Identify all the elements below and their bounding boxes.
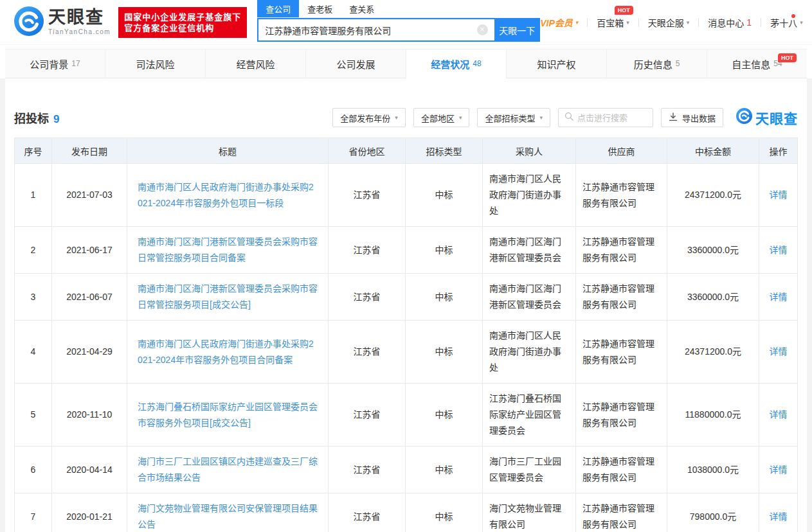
clear-search-icon[interactable]: × <box>477 24 488 35</box>
table-row: 2 2021-06-17 南通市海门区海门港新区管理委员会采购市容日常管控服务项… <box>15 227 798 274</box>
tianyancha-logo[interactable]: 天眼查 TianYanCha.com <box>14 6 111 39</box>
supplier: 江苏静通市容管理服务有限公司 <box>576 164 667 227</box>
col-supplier: 供应商 <box>576 138 667 164</box>
menu-vip-label: VIP会员 <box>540 16 573 29</box>
detail-link[interactable]: 详情 <box>770 292 788 302</box>
company-section-tabs: 公司背景 17 司法风险 经营风险 公司发展 经营状况 48 知识产权 历史信息… <box>5 49 807 78</box>
purchaser: 南通市海门区海门港新区管理委员会 <box>483 227 576 274</box>
detail-link[interactable]: 详情 <box>770 190 788 200</box>
province: 江苏省 <box>329 274 406 321</box>
tab-self-info[interactable]: 自主信息 54 HOT <box>707 49 807 78</box>
message-count-badge: 1 <box>746 17 752 28</box>
tab-intellectual-property[interactable]: 知识产权 <box>507 49 607 78</box>
notification-dot-icon <box>791 14 795 18</box>
province: 江苏省 <box>329 384 406 447</box>
province: 江苏省 <box>329 227 406 274</box>
province: 江苏省 <box>329 493 406 532</box>
bid-type: 中标 <box>406 227 483 274</box>
detail-link[interactable]: 详情 <box>770 511 788 522</box>
col-bid-type: 招标类型 <box>406 138 483 164</box>
tab-history-info[interactable]: 历史信息 5 <box>607 49 707 78</box>
tianyancha-logo-icon <box>736 108 752 127</box>
row-index: 6 <box>15 447 52 493</box>
filter-region[interactable]: 全部地区 ▾ <box>413 108 470 127</box>
chevron-down-icon: ▾ <box>395 114 398 121</box>
supplier: 江苏静通市容管理服务有限公司 <box>576 227 667 274</box>
col-title: 标题 <box>127 138 329 164</box>
tab-count: 17 <box>71 59 80 68</box>
menu-divider <box>638 18 639 27</box>
tianyancha-watermark: 天眼查 <box>736 108 798 127</box>
company-search-input[interactable] <box>257 18 494 42</box>
tab-label: 司法风险 <box>136 57 174 71</box>
bid-title-link[interactable]: 海门市三厂工业园区镇区内违建巡查及三厂综合市场结果公告 <box>138 456 318 483</box>
chevron-down-icon: ▾ <box>687 19 690 26</box>
search-tab-relation[interactable]: 查关系 <box>341 0 383 17</box>
col-purchaser: 采购人 <box>483 138 576 164</box>
row-index: 2 <box>15 227 52 274</box>
menu-treasure-box-label: 百宝箱 <box>597 16 624 29</box>
winning-amount: 24371200.0元 <box>667 164 759 227</box>
detail-link[interactable]: 详情 <box>770 346 788 357</box>
bid-type: 中标 <box>406 493 483 532</box>
publish-date: 2020-04-14 <box>52 447 127 493</box>
credential-badge-line2: 官方备案企业征信机构 <box>124 22 241 33</box>
search-icon <box>564 112 573 123</box>
menu-divider <box>698 18 699 27</box>
bid-title-link[interactable]: 江苏海门叠石桥国际家纺产业园区管理委员会市容服务外包项目[成交公告] <box>138 402 318 428</box>
credential-badge-line1: 国家中小企业发展子基金旗下 <box>124 12 241 22</box>
menu-user-account-label: 茅十八 <box>770 16 797 29</box>
menu-treasure-box[interactable]: HOT 百宝箱 ▾ <box>597 16 629 29</box>
bid-title-link[interactable]: 南通市海门区人民政府海门街道办事处采购2021-2024年市容服务外包项目合同备… <box>138 339 314 365</box>
row-index: 4 <box>15 321 52 384</box>
detail-link[interactable]: 详情 <box>770 245 788 255</box>
detail-link[interactable]: 详情 <box>770 465 788 475</box>
bid-title-link[interactable]: 海门文苑物业管理有限公司安保管理项目结果公告 <box>138 503 318 529</box>
filter-publish-year[interactable]: 全部发布年份 ▾ <box>332 108 406 127</box>
detail-link[interactable]: 详情 <box>770 409 788 420</box>
tab-count: 5 <box>676 59 680 68</box>
search-tab-boss[interactable]: 查老板 <box>299 0 341 17</box>
menu-vip[interactable]: VIP会员 ▾ <box>540 16 578 29</box>
table-row: 5 2020-11-10 江苏海门叠石桥国际家纺产业园区管理委员会市容服务外包项… <box>15 384 798 447</box>
bid-title-link[interactable]: 南通市海门区海门港新区管理委员会采购市容日常管控服务项目合同备案 <box>138 236 318 263</box>
winning-amount: 798000.0元 <box>667 493 759 532</box>
bid-type: 中标 <box>406 274 483 321</box>
supplier: 江苏静通市容管理服务有限公司 <box>576 447 667 493</box>
supplier: 江苏静通市容管理服务有限公司 <box>576 274 667 321</box>
hot-badge: HOT <box>778 53 797 62</box>
province: 江苏省 <box>329 164 406 227</box>
filter-bid-type[interactable]: 全部招标类型 ▾ <box>477 108 550 127</box>
menu-enterprise-service[interactable]: 天眼企服 ▾ <box>648 16 690 29</box>
table-search-box[interactable] <box>558 108 653 127</box>
menu-enterprise-service-label: 天眼企服 <box>648 16 684 29</box>
table-header-row: 序号 发布日期 标题 省份地区 招标类型 采购人 供应商 中标金额 操作 <box>15 138 798 164</box>
table-toolbar: 全部发布年份 ▾ 全部地区 ▾ 全部招标类型 ▾ 导出数据 <box>332 108 798 127</box>
tab-label: 公司背景 <box>30 57 68 71</box>
bids-table: 序号 发布日期 标题 省份地区 招标类型 采购人 供应商 中标金额 操作 1 2… <box>14 137 798 532</box>
menu-user-account[interactable]: 茅十八 ▾ <box>770 16 803 29</box>
tab-judicial-risk[interactable]: 司法风险 <box>105 49 206 78</box>
search-tab-company[interactable]: 查公司 <box>257 0 299 17</box>
search-type-tabs: 查公司 查老板 查关系 <box>257 3 495 18</box>
tab-operating-risk[interactable]: 经营风险 <box>206 49 306 78</box>
export-data-button[interactable]: 导出数据 <box>661 108 723 127</box>
purchaser: 南通市海门区人民政府海门街道办事处 <box>483 321 576 384</box>
section-count: 9 <box>53 113 59 126</box>
table-row: 3 2021-06-07 南通市海门区海门港新区管理委员会采购市容日常管控服务项… <box>15 274 798 321</box>
bid-title-link[interactable]: 南通市海门区人民政府海门街道办事处采购2021-2024年市容服务外包项目一标段 <box>138 182 314 208</box>
menu-message-center[interactable]: 消息中心 1 <box>708 16 752 29</box>
tab-operating-status[interactable]: 经营状况 48 <box>406 49 507 78</box>
tab-label: 经营风险 <box>236 57 275 71</box>
filter-label: 全部招标类型 <box>485 112 535 124</box>
tab-company-background[interactable]: 公司背景 17 <box>5 49 105 78</box>
bid-title-link[interactable]: 南通市海门区海门港新区管理委员会采购市容日常管控服务项目[成交公告] <box>138 283 318 310</box>
publish-date: 2021-06-07 <box>52 274 127 321</box>
bid-type: 中标 <box>406 321 483 384</box>
province: 江苏省 <box>329 447 406 493</box>
tab-company-development[interactable]: 公司发展 <box>306 49 406 78</box>
search-button[interactable]: 天眼一下 <box>494 18 541 42</box>
chevron-down-icon: ▾ <box>459 114 462 121</box>
table-search-input[interactable] <box>577 113 647 123</box>
tab-count: 48 <box>473 59 481 68</box>
